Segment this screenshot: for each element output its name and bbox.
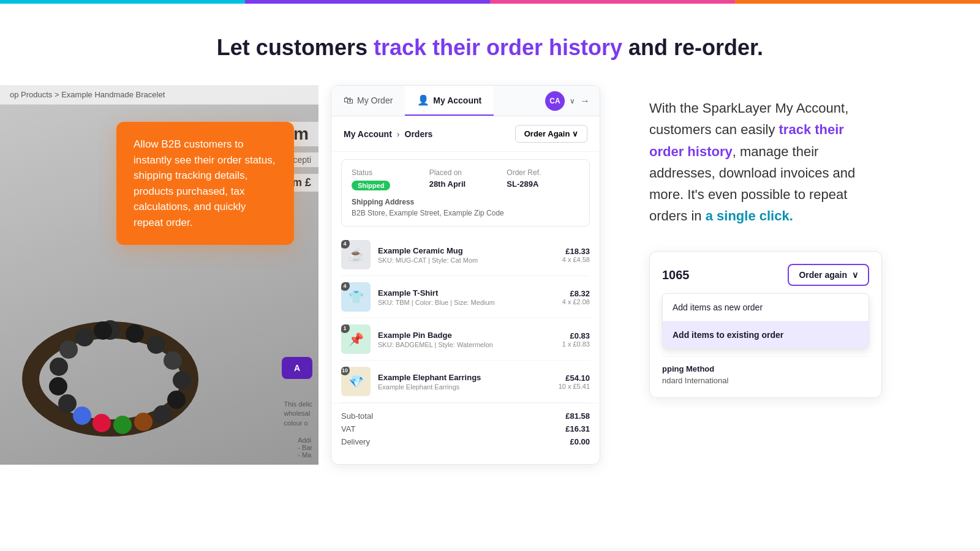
add-info-1: Addi bbox=[298, 437, 312, 444]
status-label: Status bbox=[352, 168, 424, 177]
product-row: 1 📌 Example Pin Badge SKU: BADGEMEL | St… bbox=[341, 318, 590, 361]
dropdown-item-new-order-label: Add items as new order bbox=[673, 302, 763, 312]
shipping-method-label-text: pping Method bbox=[662, 364, 714, 373]
order-again-dropdown: Add items as new order Add items to exis… bbox=[662, 293, 869, 349]
svg-point-7 bbox=[153, 405, 172, 424]
dropdown-item-existing-order[interactable]: Add items to existing order bbox=[663, 321, 869, 348]
content-area: op Products > Example Handmade Bracelet … bbox=[0, 85, 980, 465]
product-info-1: Example Ceramic Mug SKU: MUG-CAT | Style… bbox=[378, 246, 555, 264]
top-color-bar bbox=[0, 0, 980, 4]
order-ref-column: Order Ref. SL-289A bbox=[507, 168, 579, 190]
hero-heading: Let customers track their order history … bbox=[0, 4, 980, 85]
product-thumb-4: 10 💎 bbox=[341, 367, 371, 396]
shipping-method-value: ndard International bbox=[662, 376, 869, 385]
product-price-3: £0.83 1 x £0.83 bbox=[562, 331, 590, 348]
product-name-2: Example T-Shirt bbox=[378, 288, 555, 298]
description-partial: This delic wholesal colour o bbox=[284, 400, 312, 428]
product-price-4: £54.10 10 x £5.41 bbox=[559, 373, 590, 390]
svg-point-16 bbox=[75, 328, 94, 347]
vat-row: VAT £16.31 bbox=[341, 422, 590, 435]
svg-point-15 bbox=[59, 340, 78, 359]
top-bar-purple bbox=[245, 0, 490, 4]
panel-breadcrumb: My Account › Orders Order Again ∨ bbox=[331, 116, 600, 152]
bracelet-image bbox=[12, 257, 208, 452]
placed-on-column: Placed on 28th April bbox=[429, 168, 502, 190]
svg-point-10 bbox=[92, 414, 111, 432]
product-row: 4 👕 Example T-Shirt SKU: TBM | Color: Bl… bbox=[341, 276, 590, 318]
shipping-address-label: Shipping Address bbox=[352, 198, 579, 206]
chevron-down-icon[interactable]: ∨ bbox=[570, 97, 575, 105]
order-again-section: 1065 Order again ∨ Add items as new orde… bbox=[649, 251, 882, 398]
breadcrumb-separator: › bbox=[397, 129, 400, 139]
product-sku-3: SKU: BADGEMEL | Style: Watermelon bbox=[378, 341, 555, 348]
price-unit-4: 10 x £5.41 bbox=[559, 383, 590, 390]
shipping-method-section: pping Method ndard International bbox=[662, 356, 869, 385]
subtotal-row: Sub-total £81.58 bbox=[341, 410, 590, 422]
delivery-label: Delivery bbox=[341, 437, 370, 446]
product-info-2: Example T-Shirt SKU: TBM | Color: Blue |… bbox=[378, 288, 555, 306]
arrow-right-icon[interactable]: → bbox=[580, 96, 590, 107]
status-column: Status Shipped bbox=[352, 168, 424, 190]
product-thumb-3: 1 📌 bbox=[341, 324, 371, 354]
center-panel: 🛍 My Order 👤 My Account CA ∨ → My Accoun… bbox=[331, 85, 600, 465]
earring-emoji: 💎 bbox=[349, 374, 364, 389]
dropdown-item-new-order[interactable]: Add items as new order bbox=[663, 294, 869, 321]
shipping-method-label: pping Method bbox=[662, 364, 869, 373]
price-unit-1: 4 x £4.58 bbox=[562, 256, 590, 263]
product-sku-2: SKU: TBM | Color: Blue | Size: Medium bbox=[378, 299, 555, 306]
hero-prefix: Let customers bbox=[217, 35, 374, 60]
person-icon: 👤 bbox=[417, 94, 429, 106]
additional-info-partial: Addi - Bar - Ma bbox=[298, 437, 312, 459]
order-again-trigger-button[interactable]: Order again ∨ bbox=[788, 264, 869, 286]
nav-my-order[interactable]: 🛍 My Order bbox=[331, 86, 405, 116]
product-row: 4 ☕ Example Ceramic Mug SKU: MUG-CAT | S… bbox=[341, 234, 590, 276]
svg-point-12 bbox=[58, 394, 77, 413]
svg-point-5 bbox=[173, 371, 191, 389]
desc-highlight-2: a single click. bbox=[706, 208, 793, 223]
breadcrumb-parent[interactable]: My Account bbox=[344, 129, 392, 139]
product-name-1: Example Ceramic Mug bbox=[378, 246, 555, 255]
product-info-4: Example Elephant Earrings Example Elepha… bbox=[378, 373, 551, 391]
breadcrumb-current: Orders bbox=[405, 129, 433, 139]
product-name-4: Example Elephant Earrings bbox=[378, 373, 551, 382]
right-panel: With the SparkLayer My Account, customer… bbox=[612, 85, 980, 465]
dropdown-item-existing-order-label: Add items to existing order bbox=[673, 330, 783, 340]
order-number: 1065 bbox=[662, 268, 690, 282]
left-panel: op Products > Example Handmade Bracelet … bbox=[0, 85, 318, 465]
nav-my-account-label: My Account bbox=[433, 96, 481, 105]
placed-on-label: Placed on bbox=[429, 168, 502, 177]
order-again-button[interactable]: Order Again ∨ bbox=[515, 125, 587, 143]
order-again-chevron: ∨ bbox=[852, 270, 858, 280]
product-thumb-1: 4 ☕ bbox=[341, 240, 371, 269]
delivery-row: Delivery £0.00 bbox=[341, 435, 590, 448]
vat-value: £16.31 bbox=[565, 424, 590, 433]
desc-line-3: colour o bbox=[284, 419, 312, 428]
nav-my-account[interactable]: 👤 My Account bbox=[405, 86, 494, 116]
placed-on-value: 28th April bbox=[429, 179, 502, 189]
product-thumb-2: 4 👕 bbox=[341, 282, 371, 312]
page-breadcrumb: op Products > Example Handmade Bracelet bbox=[0, 85, 318, 105]
order-again-header: 1065 Order again ∨ bbox=[662, 264, 869, 286]
pin-emoji: 📌 bbox=[349, 332, 364, 347]
status-badge: Shipped bbox=[352, 181, 390, 190]
avatar: CA bbox=[545, 91, 565, 111]
add-to-cart-partial[interactable]: A bbox=[282, 357, 312, 379]
nav-my-order-label: My Order bbox=[357, 96, 393, 105]
order-totals: Sub-total £81.58 VAT £16.31 Delivery £0.… bbox=[331, 403, 600, 454]
vat-label: VAT bbox=[341, 424, 355, 433]
hero-highlight: track their order history bbox=[374, 35, 622, 60]
desc-line-1: This delic bbox=[284, 400, 312, 409]
product-price-1: £18.33 4 x £4.58 bbox=[562, 247, 590, 263]
svg-point-3 bbox=[147, 335, 165, 354]
top-bar-orange bbox=[735, 0, 980, 4]
product-price-2: £8.32 4 x £2.08 bbox=[562, 289, 590, 305]
product-rows: 4 ☕ Example Ceramic Mug SKU: MUG-CAT | S… bbox=[331, 234, 600, 403]
svg-point-9 bbox=[113, 416, 132, 434]
delivery-value: £0.00 bbox=[570, 437, 590, 446]
svg-point-14 bbox=[50, 358, 68, 376]
price-unit-2: 4 x £2.08 bbox=[562, 298, 590, 305]
svg-point-17 bbox=[94, 321, 112, 340]
price-total-3: £0.83 bbox=[562, 331, 590, 340]
add-info-2: - Bar bbox=[298, 444, 312, 451]
product-sku-1: SKU: MUG-CAT | Style: Cat Mom bbox=[378, 257, 555, 264]
